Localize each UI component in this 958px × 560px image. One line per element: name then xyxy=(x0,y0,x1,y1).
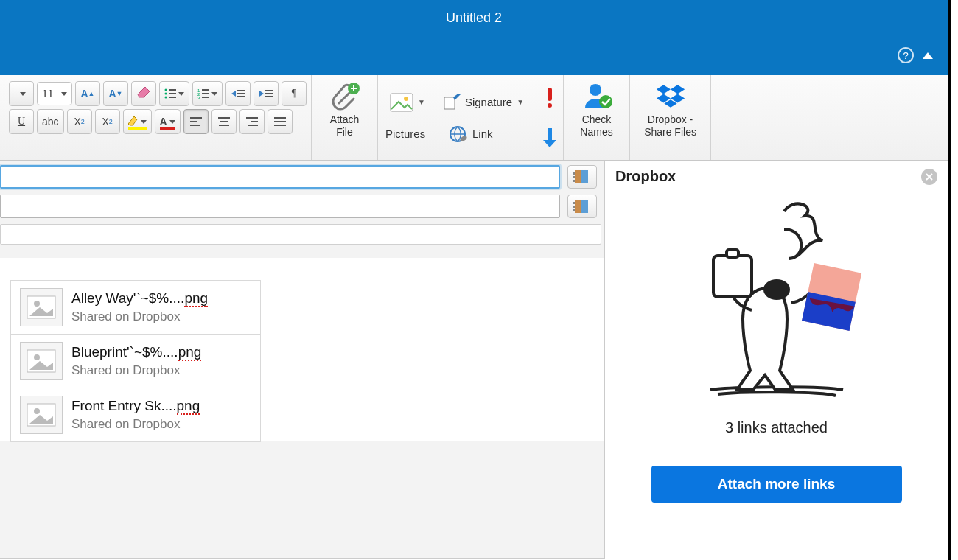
svg-rect-15 xyxy=(237,93,245,94)
svg-marker-43 xyxy=(543,140,556,147)
svg-point-67 xyxy=(34,301,40,307)
image-icon xyxy=(27,403,56,427)
dropbox-share-files-button[interactable]: Dropbox - Share Files xyxy=(630,75,711,160)
svg-rect-12 xyxy=(202,97,209,98)
pictures-label: Pictures xyxy=(385,127,441,140)
subject-field[interactable] xyxy=(0,224,601,245)
svg-rect-51 xyxy=(575,170,581,183)
attachment-thumbnail xyxy=(20,396,63,434)
svg-rect-16 xyxy=(237,96,245,97)
strikethrough-button[interactable]: abc xyxy=(37,109,64,134)
svg-point-44 xyxy=(590,84,601,96)
attachment-list: Alley Way'`~$%....png Shared on Dropbox … xyxy=(10,280,604,441)
svg-rect-37 xyxy=(444,97,455,109)
paragraph-marks-button[interactable]: ¶ xyxy=(282,81,307,106)
check-names-button[interactable]: Check Names xyxy=(564,75,630,160)
svg-point-41 xyxy=(548,103,552,108)
increase-font-button[interactable]: A▲ xyxy=(75,81,100,106)
attachment-card[interactable]: Front Entry Sk....png Shared on Dropbox xyxy=(10,388,261,442)
svg-rect-58 xyxy=(573,202,575,204)
font-family-select[interactable] xyxy=(9,81,34,106)
svg-rect-33 xyxy=(274,125,286,126)
attach-file-button[interactable]: Attach File xyxy=(312,75,378,160)
bulleted-list-button[interactable] xyxy=(159,81,189,106)
svg-rect-55 xyxy=(573,180,575,182)
superscript-button[interactable]: X2 xyxy=(95,109,120,134)
svg-rect-14 xyxy=(237,90,245,91)
app-window: Untitled 2 ? 11 A▲ A▼ xyxy=(0,0,951,560)
attachment-subtext: Shared on Dropbox xyxy=(71,363,201,378)
align-left-button[interactable] xyxy=(183,109,209,134)
align-right-button[interactable] xyxy=(240,109,265,134)
link-button[interactable]: Link xyxy=(444,122,497,146)
message-body[interactable]: Alley Way'`~$%....png Shared on Dropbox … xyxy=(0,258,604,441)
svg-rect-8 xyxy=(202,89,209,91)
attachment-name: Alley Way'`~$%....png xyxy=(71,290,208,307)
address-book-to-button[interactable] xyxy=(567,165,597,189)
svg-rect-62 xyxy=(713,256,752,297)
signature-icon xyxy=(443,94,461,111)
svg-rect-19 xyxy=(265,93,273,94)
font-color-button[interactable]: A xyxy=(155,109,181,134)
svg-point-70 xyxy=(34,354,40,360)
svg-point-61 xyxy=(763,279,790,300)
svg-marker-47 xyxy=(671,85,685,94)
align-left-icon xyxy=(190,117,202,126)
attachment-subtext: Shared on Dropbox xyxy=(71,417,200,432)
svg-rect-57 xyxy=(581,200,588,213)
low-importance-button[interactable] xyxy=(541,127,559,149)
cc-field[interactable] xyxy=(0,195,560,218)
decrease-font-button[interactable]: A▼ xyxy=(103,81,128,106)
svg-rect-54 xyxy=(573,176,575,178)
help-icon[interactable]: ? xyxy=(898,47,914,63)
svg-rect-26 xyxy=(220,121,228,122)
pictures-button[interactable]: ▼ xyxy=(385,90,430,115)
signature-button[interactable]: Signature ▼ xyxy=(438,91,528,113)
align-center-button[interactable] xyxy=(211,109,237,134)
attachment-card[interactable]: Alley Way'`~$%....png Shared on Dropbox xyxy=(10,280,261,335)
address-book-cc-button[interactable] xyxy=(567,195,597,218)
svg-rect-52 xyxy=(581,170,588,183)
content-area: Alley Way'`~$%....png Shared on Dropbox … xyxy=(0,258,604,441)
svg-marker-17 xyxy=(259,91,264,97)
dropbox-status-text: 3 links attached xyxy=(725,419,828,436)
image-icon xyxy=(27,295,56,319)
underline-button[interactable]: U xyxy=(9,109,34,134)
svg-rect-6 xyxy=(169,97,176,98)
svg-marker-13 xyxy=(231,91,236,97)
decrease-indent-button[interactable] xyxy=(225,81,251,106)
attach-more-links-button[interactable]: Attach more links xyxy=(651,466,902,503)
exclamation-icon xyxy=(542,86,557,108)
check-names-icon xyxy=(582,81,612,111)
close-panel-button[interactable] xyxy=(921,169,937,185)
svg-marker-46 xyxy=(656,85,670,94)
numbered-list-button[interactable]: 1 2 3 xyxy=(192,81,223,106)
ribbon-priority-group xyxy=(536,75,564,160)
link-icon xyxy=(449,125,468,143)
check-names-label: Check Names xyxy=(580,113,612,139)
address-book-icon xyxy=(573,199,591,214)
svg-point-3 xyxy=(165,93,167,95)
svg-rect-53 xyxy=(573,172,575,175)
attach-file-label: Attach File xyxy=(330,113,360,139)
high-importance-button[interactable] xyxy=(542,86,557,108)
svg-rect-24 xyxy=(190,125,200,126)
svg-rect-28 xyxy=(246,117,258,119)
clear-formatting-button[interactable] xyxy=(131,81,156,106)
align-justify-button[interactable] xyxy=(268,109,293,134)
to-field[interactable] xyxy=(0,165,560,189)
title-bar-lower: ? xyxy=(0,35,948,75)
svg-rect-63 xyxy=(727,250,738,257)
svg-rect-30 xyxy=(248,125,258,126)
svg-rect-29 xyxy=(251,121,258,122)
eraser-icon xyxy=(136,87,151,100)
increase-indent-button[interactable] xyxy=(254,81,279,106)
attachment-card[interactable]: Blueprint'`~$%....png Shared on Dropbox xyxy=(10,334,261,388)
highlight-color-button[interactable] xyxy=(123,109,152,134)
collapse-ribbon-icon[interactable] xyxy=(923,52,933,59)
font-size-select[interactable]: 11 xyxy=(37,82,72,105)
outdent-icon xyxy=(231,88,245,99)
indent-icon xyxy=(259,88,273,99)
subscript-button[interactable]: X2 xyxy=(67,109,92,134)
arrow-down-icon xyxy=(541,127,559,149)
